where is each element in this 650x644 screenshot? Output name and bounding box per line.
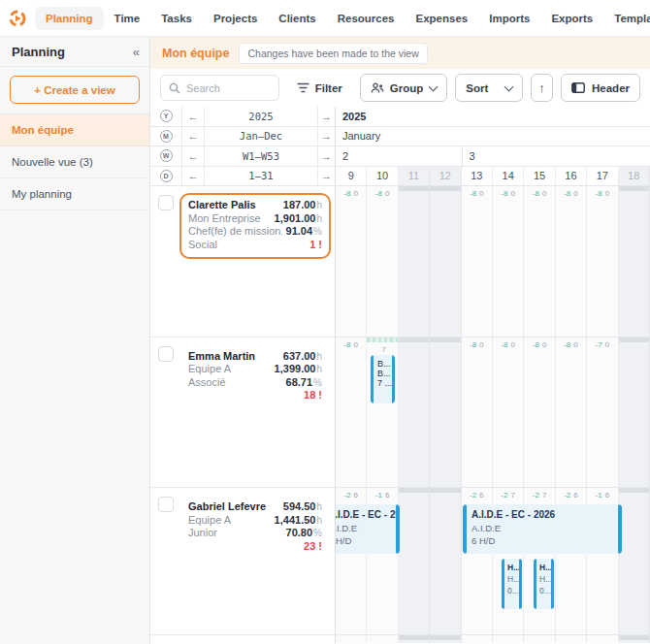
sidebar-item-nouvelle-vue[interactable]: Nouvelle vue (3) <box>0 146 149 178</box>
week-prev-arrow[interactable]: ← <box>182 146 205 166</box>
event-aide-ec-2026[interactable]: A.I.D.E - EC - 2026 A.I.D.E 6 H/D <box>463 504 622 554</box>
event-mini-2[interactable]: H... H... 0.... <box>534 559 554 609</box>
nav-item-templates[interactable]: Templates <box>603 7 650 30</box>
month-prev-arrow[interactable]: ← <box>182 127 205 146</box>
timescale-month-row: M ← Jan–Dec → January <box>150 127 650 147</box>
timeline-cell-weekend[interactable] <box>619 338 650 488</box>
month-range-label: Jan–Dec <box>205 127 318 146</box>
sort-direction-button[interactable]: ↑ <box>531 74 553 102</box>
timeline-cell-weekend[interactable] <box>619 186 650 337</box>
month-next-arrow[interactable]: → <box>318 127 335 146</box>
day-header-16: 16 <box>556 167 587 186</box>
year-prev-arrow[interactable]: ← <box>182 107 205 126</box>
timescale-week-row: W ← W1–W53 → 2 3 <box>150 146 650 167</box>
event-edge <box>463 504 467 554</box>
timeline-cell-weekend[interactable] <box>399 338 430 488</box>
view-header-band: Mon équipe Changes have been made to the… <box>150 37 650 69</box>
nav-item-imports[interactable]: Imports <box>478 7 540 30</box>
nav-item-exports[interactable]: Exports <box>540 7 603 30</box>
row-checkbox[interactable] <box>158 346 174 362</box>
event-edge <box>519 559 522 609</box>
year-scale-icon[interactable]: Y <box>160 110 173 122</box>
nav-item-projects[interactable]: Projects <box>203 7 268 30</box>
group-button[interactable]: Group <box>360 74 448 102</box>
timeline-cell[interactable]: -80 <box>524 338 555 488</box>
app-window: Planning Time Tasks Projects Clients Res… <box>0 0 650 644</box>
timeline-cell[interactable]: -80 <box>462 186 493 337</box>
timeline-cell-weekend[interactable] <box>430 488 461 634</box>
timescale-year-row: Y ← 2025 → 2025 <box>150 107 650 127</box>
resource-card-selected[interactable]: Clarette Palis187.00h Mon Entreprise1,90… <box>179 193 331 259</box>
event-mini-1[interactable]: H... H... 0.... <box>502 559 522 609</box>
month-scale-icon[interactable]: M <box>160 130 173 143</box>
filter-icon <box>297 82 309 93</box>
alert-count: 23 ! <box>304 540 322 554</box>
timeline-cell-weekend[interactable] <box>430 186 461 337</box>
resource-card[interactable]: Gabriel Lefevre594.50h Equipe A1,441.50h… <box>179 495 331 561</box>
day-header-15: 15 <box>524 167 555 186</box>
week-scale-icon[interactable]: W <box>160 149 173 162</box>
resource-role: Chef(fe) de mission... <box>188 225 282 239</box>
nav-item-expenses[interactable]: Expenses <box>406 7 479 30</box>
timescale-day-row: D ← 1–31 → 9 10 11 12 13 14 15 16 17 18 <box>150 167 650 187</box>
day-header-18: 18 <box>619 167 650 186</box>
event-booking-emma[interactable]: B... B... 7 ... <box>371 355 395 403</box>
day-header-14: 14 <box>493 167 524 186</box>
event-aide-ec-clipped[interactable]: A.I.D.E - EC - 20... A.I.D.E 6 H/D <box>336 504 400 554</box>
create-view-button[interactable]: + Create a view <box>10 76 140 104</box>
day-header-13: 13 <box>462 167 493 186</box>
sidebar-item-mon-equipe[interactable]: Mon équipe <box>0 114 149 146</box>
year-next-arrow[interactable]: → <box>318 107 335 126</box>
sidebar-item-my-planning[interactable]: My planning <box>0 178 149 210</box>
resource-row-partial <box>150 635 650 643</box>
nav-item-planning[interactable]: Planning <box>35 7 104 30</box>
event-edge <box>534 559 536 609</box>
sidebar-collapse-icon[interactable]: « <box>133 45 140 59</box>
day-range-label: 1–31 <box>205 167 318 186</box>
nav-item-clients[interactable]: Clients <box>268 7 326 30</box>
timeline-cell[interactable]: -80 <box>493 338 524 488</box>
row-checkbox[interactable] <box>158 497 174 512</box>
timeline-cell-weekend[interactable] <box>399 186 430 337</box>
event-edge <box>618 504 622 554</box>
sort-button[interactable]: Sort <box>455 74 523 102</box>
timeline-cell-weekend[interactable] <box>399 488 430 634</box>
timeline-cell[interactable]: -80 <box>336 338 367 488</box>
timeline-cell[interactable]: -80 <box>556 338 587 488</box>
view-title: Mon équipe <box>162 47 229 60</box>
app-logo-icon[interactable] <box>8 6 27 31</box>
resource-name: Gabriel Lefevre <box>188 500 266 514</box>
timeline-cell[interactable]: -80 <box>336 186 367 337</box>
timeline-cell[interactable]: -70 <box>587 338 618 488</box>
day-next-arrow[interactable]: → <box>318 167 335 186</box>
day-prev-arrow[interactable]: ← <box>182 167 205 186</box>
nav-item-resources[interactable]: Resources <box>327 7 406 30</box>
search-field[interactable] <box>186 82 271 94</box>
nav-item-tasks[interactable]: Tasks <box>150 7 203 30</box>
year-range-label: 2025 <box>205 107 318 126</box>
resource-team: Mon Entreprise <box>188 212 261 226</box>
timeline-cell[interactable]: -80 <box>493 186 524 337</box>
resource-role: Associé <box>188 376 226 390</box>
timeline-cell[interactable]: -80 <box>587 186 618 337</box>
resource-card[interactable]: Emma Martin637.00h Equipe A1,399.00h Ass… <box>179 344 331 410</box>
search-input[interactable] <box>160 75 279 101</box>
timeline-cell[interactable]: -80 <box>462 338 493 488</box>
nav-item-time[interactable]: Time <box>104 7 151 30</box>
timeline-row: -80 7 -80 -80 -80 -80 -70 B.. <box>336 338 650 488</box>
filter-button[interactable]: Filter <box>287 74 352 102</box>
resource-tag: Social <box>188 239 217 252</box>
header-button[interactable]: Header <box>561 74 640 102</box>
week-next-arrow[interactable]: → <box>318 146 335 166</box>
chevron-down-icon <box>504 81 513 91</box>
timeline-cell[interactable]: -80 <box>367 186 398 337</box>
row-checkbox[interactable] <box>158 195 174 210</box>
timeline-cell-weekend[interactable] <box>619 488 650 634</box>
timeline-cell-weekend[interactable] <box>430 338 461 488</box>
day-scale-icon[interactable]: D <box>160 170 173 182</box>
timeline-cell[interactable]: -80 <box>556 186 587 337</box>
resource-role: Junior <box>188 527 217 540</box>
sidebar: Planning « + Create a view Mon équipe No… <box>0 37 150 644</box>
timeline-cell[interactable]: -80 <box>524 186 555 337</box>
sidebar-title: Planning <box>12 45 65 59</box>
